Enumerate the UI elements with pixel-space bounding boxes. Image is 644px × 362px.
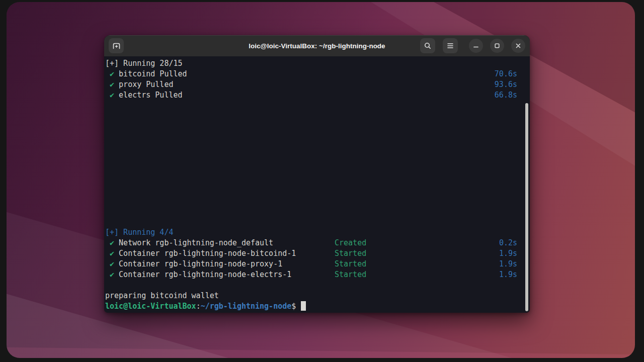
terminal-content[interactable]: [+] Running 28/15 ✔ bitcoind Pulled70.6s…: [104, 56, 530, 313]
search-icon: [424, 42, 432, 50]
terminal-line: ✔ Container rgb-lightning-node-proxy-1St…: [105, 259, 529, 269]
terminal-text: [105, 249, 110, 258]
terminal-text: 70.6s: [495, 69, 517, 79]
terminal-line: [105, 280, 529, 291]
terminal-line: ✔ electrs Pulled66.8s: [105, 90, 529, 101]
menu-button[interactable]: [443, 38, 458, 53]
terminal-text: [+] Running 4/4: [105, 228, 173, 237]
terminal-line: [+] Running 28/15: [105, 58, 529, 69]
terminal-line: [105, 153, 529, 164]
terminal-text: Created: [335, 238, 366, 248]
terminal-line: [105, 122, 529, 132]
terminal-line: ✔ proxy Pulled93.6s: [105, 79, 529, 90]
terminal-line: [105, 132, 529, 143]
terminal-cursor: [301, 301, 306, 311]
terminal-text: ✔: [110, 80, 114, 89]
terminal-text: 1.9s: [499, 259, 517, 269]
terminal-text: [105, 259, 110, 268]
terminal-line: [105, 111, 529, 122]
terminal-text: ~/rgb-lightning-node: [201, 302, 292, 311]
new-tab-button[interactable]: [109, 38, 124, 53]
terminal-text: ✔: [110, 270, 114, 279]
terminal-text: Container rgb-lightning-node-electrs-1: [114, 270, 291, 279]
terminal-text: $: [291, 302, 300, 311]
terminal-text: loic@loic-VirtualBox: [105, 302, 196, 311]
terminal-line: [105, 143, 529, 153]
terminal-text: Started: [335, 259, 366, 269]
maximize-button[interactable]: [490, 39, 504, 53]
terminal-text: :: [196, 302, 201, 311]
terminal-line: [105, 206, 529, 217]
maximize-icon: [494, 43, 500, 49]
terminal-text: [105, 238, 110, 247]
terminal-line: [105, 174, 529, 185]
terminal-scrollbar[interactable]: [525, 103, 528, 311]
terminal-line: preparing bitcoind wallet: [105, 291, 529, 301]
terminal-line: [105, 196, 529, 206]
terminal-text: Started: [335, 248, 366, 259]
terminal-text: 1.9s: [499, 248, 517, 259]
terminal-text: Container rgb-lightning-node-proxy-1: [114, 259, 282, 268]
terminal-titlebar[interactable]: loic@loic-VirtualBox: ~/rgb-lightning-no…: [104, 35, 530, 56]
terminal-line: ✔ Container rgb-lightning-node-electrs-1…: [105, 269, 529, 280]
minimize-button[interactable]: [469, 39, 483, 53]
new-tab-icon: [112, 42, 121, 50]
terminal-text: 0.2s: [499, 238, 517, 248]
terminal-text: electrs Pulled: [114, 90, 182, 100]
terminal-line: [105, 164, 529, 174]
terminal-window: loic@loic-VirtualBox: ~/rgb-lightning-no…: [104, 35, 530, 313]
terminal-line: [+] Running 4/4: [105, 227, 529, 238]
minimize-icon: [473, 43, 479, 49]
terminal-line: loic@loic-VirtualBox:~/rgb-lightning-nod…: [105, 301, 529, 312]
terminal-text: [105, 270, 110, 279]
terminal-text: ✔: [110, 90, 114, 100]
terminal-text: proxy Pulled: [114, 80, 173, 89]
close-button[interactable]: [511, 39, 525, 53]
terminal-line: [105, 101, 529, 111]
terminal-text: ✔: [110, 249, 114, 258]
terminal-text: ✔: [110, 259, 114, 268]
terminal-text: Container rgb-lightning-node-bitcoind-1: [114, 249, 296, 258]
desktop: loic@loic-VirtualBox: ~/rgb-lightning-no…: [0, 0, 644, 362]
hamburger-icon: [447, 43, 454, 49]
terminal-line: ✔ Network rgb-lightning-node_defaultCrea…: [105, 238, 529, 248]
terminal-text: 93.6s: [495, 79, 517, 90]
terminal-line: ✔ bitcoind Pulled70.6s: [105, 69, 529, 79]
terminal-line: ✔ Container rgb-lightning-node-bitcoind-…: [105, 248, 529, 259]
terminal-text: preparing bitcoind wallet: [105, 291, 219, 300]
close-icon: [515, 43, 521, 49]
search-button[interactable]: [420, 38, 435, 53]
terminal-text: 66.8s: [495, 90, 517, 101]
terminal-text: [105, 69, 110, 78]
terminal-text: Network rgb-lightning-node_default: [114, 238, 273, 247]
terminal-line: [105, 217, 529, 227]
terminal-text: 1.9s: [499, 269, 517, 280]
terminal-text: Started: [335, 269, 366, 280]
terminal-text: bitcoind Pulled: [114, 69, 187, 78]
terminal-line: [105, 185, 529, 196]
terminal-text: ✔: [110, 69, 114, 78]
terminal-text: [105, 90, 110, 100]
terminal-text: [+] Running 28/15: [105, 59, 183, 68]
terminal-text: [105, 80, 110, 89]
terminal-text: ✔: [110, 238, 114, 247]
